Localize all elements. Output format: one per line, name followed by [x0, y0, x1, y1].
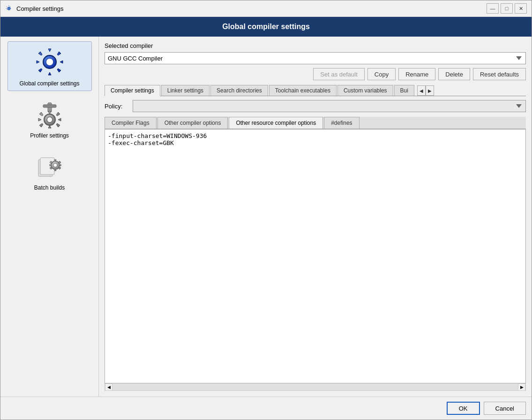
tab-linker-settings[interactable]: Linker settings: [161, 85, 210, 96]
inner-tab-defines[interactable]: #defines: [324, 117, 359, 129]
svg-rect-4: [43, 105, 56, 107]
tab-search-directories[interactable]: Search directories: [210, 85, 268, 96]
tab-toolchain-executables[interactable]: Toolchain executables: [269, 85, 337, 96]
scrollbar-horizontal: ◀ ▶: [105, 383, 526, 391]
window-icon: [5, 5, 13, 12]
content-section: Compiler Flags Other compiler options Ot…: [105, 117, 526, 391]
compiler-settings-window: Compiler settings — □ ✕ Global compiler …: [0, 0, 532, 420]
inner-tab-compiler-flags[interactable]: Compiler Flags: [105, 117, 157, 129]
minimize-button[interactable]: —: [487, 3, 499, 14]
maximize-button[interactable]: □: [501, 3, 513, 14]
text-area[interactable]: -finput-charset=WINDOWS-936 -fexec-chars…: [105, 130, 525, 383]
svg-point-2: [46, 58, 53, 66]
copy-button[interactable]: Copy: [367, 68, 396, 80]
compiler-select-row: GNU GCC Compiler: [105, 52, 526, 64]
rename-button[interactable]: Rename: [398, 68, 435, 80]
title-bar-left: Compiler settings: [5, 5, 63, 12]
scroll-left-button[interactable]: ◀: [105, 383, 112, 391]
delete-button[interactable]: Delete: [438, 68, 470, 80]
main-content: Selected compiler GNU GCC Compiler Set a…: [99, 37, 532, 397]
sidebar-item-batch[interactable]: Batch builds: [7, 145, 92, 195]
tab-custom-variables[interactable]: Custom variables: [337, 85, 393, 96]
sidebar-item-global-compiler[interactable]: Global compiler settings: [7, 41, 92, 91]
window-title: Compiler settings: [16, 5, 63, 12]
scroll-track: [112, 383, 518, 390]
tab-compiler-settings[interactable]: Compiler settings: [105, 85, 160, 96]
title-bar: Compiler settings — □ ✕: [0, 0, 532, 17]
gear-batch-icon: [33, 150, 66, 183]
policy-select[interactable]: [133, 100, 526, 112]
gear-gray-icon: [33, 98, 66, 130]
tab-nav-arrows: ◀ ▶: [417, 85, 434, 96]
policy-row: Policy:: [105, 100, 526, 112]
svg-point-10: [53, 163, 57, 167]
reset-defaults-button[interactable]: Reset defaults: [473, 68, 526, 80]
selected-compiler-label: Selected compiler: [105, 42, 526, 49]
cancel-button[interactable]: Cancel: [484, 402, 526, 415]
ok-button[interactable]: OK: [447, 402, 480, 415]
sidebar: Global compiler settings: [0, 37, 99, 397]
scroll-right-button[interactable]: ▶: [518, 383, 525, 391]
close-button[interactable]: ✕: [515, 3, 527, 14]
policy-label: Policy:: [105, 103, 128, 110]
sidebar-global-label: Global compiler settings: [19, 80, 79, 87]
compiler-select[interactable]: GNU GCC Compiler: [105, 52, 526, 64]
svg-point-6: [47, 117, 52, 122]
dialog-header: Global compiler settings: [0, 17, 532, 37]
tab-scroll-right[interactable]: ▶: [426, 85, 434, 96]
title-bar-controls: — □ ✕: [487, 3, 527, 14]
inner-tabs-header: Compiler Flags Other compiler options Ot…: [105, 117, 526, 129]
tab-bui[interactable]: Bui: [394, 85, 414, 96]
tab-scroll-left[interactable]: ◀: [417, 85, 426, 96]
outer-tabs: Compiler settings Linker settings Search…: [105, 85, 526, 96]
dialog-body: Global compiler settings: [0, 37, 532, 397]
footer: OK Cancel: [0, 397, 532, 420]
inner-tab-other-resource[interactable]: Other resource compiler options: [229, 117, 323, 129]
gear-blue-icon: [33, 46, 66, 78]
set-as-default-button[interactable]: Set as default: [313, 68, 365, 80]
inner-tab-other-compiler[interactable]: Other compiler options: [157, 117, 228, 129]
sidebar-profiler-label: Profiler settings: [30, 132, 69, 139]
sidebar-item-profiler[interactable]: Profiler settings: [7, 93, 92, 143]
text-panel: -finput-charset=WINDOWS-936 -fexec-chars…: [105, 129, 526, 383]
button-row: Set as default Copy Rename Delete Reset …: [105, 68, 526, 80]
sidebar-batch-label: Batch builds: [34, 184, 65, 191]
